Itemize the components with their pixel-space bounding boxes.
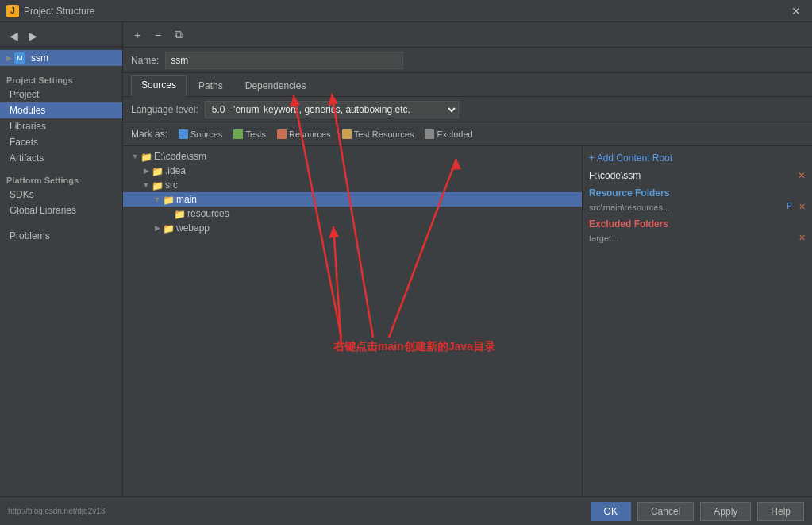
testres-color-icon [342, 129, 352, 139]
tab-paths[interactable]: Paths [188, 76, 233, 96]
expand-idea: ▶ [140, 167, 152, 175]
name-bar: Name: [123, 48, 812, 73]
folder-icon-root: 📁 [140, 152, 152, 161]
sidebar-item-project[interactable]: Project [0, 87, 122, 102]
tree-arrow-ssm: ▶ [6, 54, 12, 62]
mark-testres-label: Test Resources [354, 129, 414, 139]
sidebar-item-global-libraries[interactable]: Global Libraries [0, 203, 122, 218]
right-toolbar: + − ⧉ [123, 22, 812, 48]
problems-label: Problems [10, 230, 50, 241]
content-root-remove-button[interactable]: ✕ [798, 170, 806, 181]
back-button[interactable]: ◀ [6, 29, 21, 43]
mark-resources-label: Resources [289, 129, 331, 139]
watermark: http://blog.csdn.net/djq2v13 [8, 507, 105, 515]
tree-node-main[interactable]: ▼ 📁 main [123, 192, 582, 207]
excluded-remove-button[interactable]: ✕ [799, 233, 806, 243]
language-level-bar: Language level: 5.0 - 'enum' keyword, ge… [123, 97, 812, 122]
tree-label-root: E:\code\ssm [154, 151, 206, 162]
resource-p-button[interactable]: P [787, 202, 792, 212]
facets-label: Facets [10, 137, 38, 148]
sidebar-item-libraries[interactable]: Libraries [0, 118, 122, 134]
lang-level-label: Language level: [131, 104, 198, 115]
tabs-bar: Sources Paths Dependencies [123, 73, 812, 97]
sidebar-item-modules[interactable]: Modules [0, 102, 122, 118]
name-input[interactable] [165, 52, 403, 69]
mark-as-bar: Mark as: Sources Tests Resources [123, 122, 812, 146]
tree-node-webapp[interactable]: ▶ 📁 webapp [123, 221, 582, 235]
excluded-path-item: target... ✕ [589, 233, 806, 243]
info-panel: + Add Content Root F:\code\ssm ✕ Resourc… [582, 146, 812, 496]
mark-tests-button[interactable]: Tests [230, 129, 269, 140]
sidebar-item-facets[interactable]: Facets [0, 134, 122, 150]
tree-label-main: main [176, 194, 197, 205]
mark-excluded-label: Excluded [437, 129, 472, 139]
content-root-path: F:\code\ssm [589, 170, 641, 181]
remove-module-button[interactable]: − [150, 27, 166, 43]
add-content-root-button[interactable]: + Add Content Root [589, 152, 806, 164]
mark-as-label: Mark as: [131, 129, 167, 140]
tab-dependencies[interactable]: Dependencies [235, 76, 317, 96]
mark-sources-button[interactable]: Sources [175, 129, 225, 140]
add-module-button[interactable]: + [129, 27, 145, 43]
app-icon: J [6, 5, 19, 17]
cancel-button[interactable]: Cancel [637, 502, 694, 521]
module-tree-item-ssm[interactable]: ▶ M ssm [0, 50, 122, 66]
resources-color-icon [277, 129, 287, 139]
sidebar-item-artifacts[interactable]: Artifacts [0, 150, 122, 166]
folder-icon-src: 📁 [152, 180, 163, 190]
platform-settings-section: Platform Settings [0, 172, 122, 187]
help-button[interactable]: Help [757, 502, 804, 521]
forward-button[interactable]: ▶ [25, 29, 40, 43]
module-label-ssm: ssm [31, 52, 48, 64]
expand-src: ▼ [140, 181, 152, 189]
tree-label-src: src [165, 180, 178, 191]
sidebar-item-problems[interactable]: Problems [0, 228, 122, 244]
excluded-folders-heading: Excluded Folders [589, 218, 806, 230]
expand-main: ▼ [152, 195, 163, 203]
apply-button[interactable]: Apply [700, 502, 751, 521]
bottom-bar: http://blog.csdn.net/djq2v13 OK Cancel A… [0, 496, 812, 525]
mark-resources-button[interactable]: Resources [274, 129, 334, 140]
file-tree-area: ▼ 📁 E:\code\ssm ▶ 📁 .idea [123, 146, 582, 496]
resource-path-item: src\main\resources... P ✕ [589, 202, 806, 212]
expand-root: ▼ [129, 152, 140, 160]
tab-sources[interactable]: Sources [131, 75, 187, 97]
libraries-label: Libraries [10, 121, 46, 132]
resource-path: src\main\resources... [589, 203, 670, 212]
global-libraries-label: Global Libraries [10, 205, 76, 216]
tree-node-resources[interactable]: 📁 resources [123, 207, 582, 221]
nav-toolbar: ◀ ▶ [0, 25, 122, 47]
right-panel: + − ⧉ Name: Sources Paths Dependencies [123, 22, 812, 496]
mark-test-resources-button[interactable]: Test Resources [339, 129, 418, 140]
tree-label-idea: .idea [165, 165, 186, 176]
folder-icon-webapp: 📁 [163, 223, 174, 233]
close-button[interactable]: ✕ [787, 3, 806, 19]
resource-remove-button[interactable]: ✕ [799, 202, 806, 212]
mark-excluded-button[interactable]: Excluded [421, 129, 475, 140]
sources-color-icon [179, 129, 188, 139]
resource-folders-heading: Resource Folders [589, 187, 806, 199]
copy-module-button[interactable]: ⧉ [171, 27, 187, 43]
lang-level-select[interactable]: 5.0 - 'enum' keyword, generics, autoboxi… [205, 101, 459, 118]
sidebar-item-sdks[interactable]: SDKs [0, 187, 122, 203]
project-settings-section: Project Settings [0, 72, 122, 87]
expand-webapp: ▶ [152, 224, 163, 232]
tree-node-src[interactable]: ▼ 📁 src [123, 178, 582, 192]
tree-label-resources: resources [187, 208, 229, 219]
artifacts-label: Artifacts [10, 152, 44, 164]
name-label: Name: [131, 55, 159, 66]
tree-node-idea[interactable]: ▶ 📁 .idea [123, 164, 582, 178]
project-label: Project [10, 89, 39, 100]
folder-icon-resources: 📁 [174, 209, 185, 218]
tree-node-root[interactable]: ▼ 📁 E:\code\ssm [123, 149, 582, 164]
content-root-path-item: F:\code\ssm ✕ [589, 170, 806, 181]
excluded-path: target... [589, 234, 618, 243]
mark-tests-label: Tests [245, 129, 266, 139]
modules-label: Modules [10, 105, 45, 116]
folder-icon-idea: 📁 [152, 166, 163, 176]
title-bar: J Project Structure ✕ [0, 0, 812, 22]
tree-label-webapp: webapp [176, 222, 210, 234]
mark-sources-label: Sources [190, 129, 222, 139]
content-split: ▼ 📁 E:\code\ssm ▶ 📁 .idea [123, 146, 812, 496]
ok-button[interactable]: OK [591, 502, 631, 521]
